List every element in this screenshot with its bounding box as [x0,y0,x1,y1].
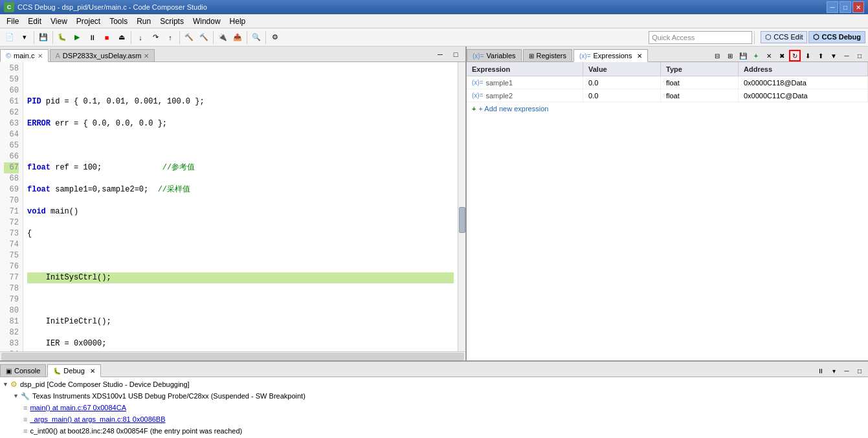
toolbar-build-all[interactable]: 🔨 [197,30,211,45]
stack-frame-0[interactable]: main() at main.c:67 0x0084CA [30,402,126,413]
toolbar-target-connect[interactable]: 🔌 [216,30,230,45]
menu-scripts[interactable]: Scripts [156,16,188,27]
editor-scrollbar-thumb[interactable] [459,207,465,233]
toolbar-resume[interactable]: ▶ [70,30,84,45]
code-line [27,294,454,305]
toolbar-step-over[interactable]: ↷ [148,30,162,45]
btab-maximize[interactable]: □ [854,365,865,377]
perspective-ccs-edit[interactable]: ⬡ CCS Edit [761,31,807,43]
rtab-minimize[interactable]: ─ [841,50,852,61]
editor-maximize[interactable]: □ [449,47,463,61]
bottom-panel: ▣ Console 🐛 Debug ✕ ⏸ ▾ ─ □ ▼ ⚙ dsp_pid … [0,360,868,438]
toolbar-suspend[interactable]: ⏸ [85,30,99,45]
toolbar: 📄 ▾ 💾 🐛 ▶ ⏸ ■ ⏏ ↓ ↷ ↑ 🔨 🔨 🔌 📤 🔍 ⚙ Quick … [0,28,868,47]
rtab-maximize[interactable]: □ [854,50,865,61]
line-numbers: 58596061 62636465 666768 69707172 737475… [0,62,23,351]
code-line: float sample1=0,sample2=0; //采样值 [27,184,454,195]
rtab-add[interactable]: + [750,50,762,61]
main-c-tab-label: main.c [14,52,34,60]
rtab-menu[interactable]: ▼ [828,50,840,61]
minimize-button[interactable]: ─ [827,1,838,13]
delay-asm-tab-close[interactable]: ✕ [144,52,149,60]
btab-minimize[interactable]: ─ [841,365,852,377]
code-line: void main() [27,206,454,217]
delay-asm-tab-icon: A [56,52,60,60]
root-collapse-icon[interactable]: ▼ [3,378,8,390]
toolbar-sep-7 [265,31,266,44]
process-collapse-icon[interactable]: ▼ [13,390,19,402]
window-controls[interactable]: ─ □ ✕ [827,1,864,13]
toolbar-btn-2[interactable]: ▾ [17,30,32,45]
rtab-refresh[interactable]: ↻ [789,50,801,61]
menu-edit[interactable]: Edit [24,16,45,27]
quick-access-input[interactable]: Quick Access [649,31,752,44]
debug-tree-stack-0: ≡ main() at main.c:67 0x0084CA [3,402,865,413]
rtab-remove-all[interactable]: ✖ [776,50,788,61]
toolbar-stop[interactable]: ■ [100,30,114,45]
add-expression-row[interactable]: + + Add new expression [467,102,868,115]
maximize-button[interactable]: □ [840,1,851,13]
toolbar-build[interactable]: 🔨 [182,30,196,45]
expr-row-sample2[interactable]: (x)= sample2 0.0 float 0x0000C11C@Data [467,89,868,102]
editor-tab-delay-asm[interactable]: A DSP2833x_usDelay.asm ✕ [50,49,155,61]
btab-scroll[interactable]: ▾ [828,365,840,377]
rtab-expand[interactable]: ⊞ [724,50,736,61]
btab-suspend[interactable]: ⏸ [815,365,827,377]
toolbar-sep-8 [754,31,755,44]
toolbar-debug[interactable]: 🐛 [55,30,69,45]
menu-bar: File Edit View Project Tools Run Scripts… [0,14,868,28]
add-expression-label: + Add new expression [478,105,548,113]
tab-expressions[interactable]: (x)= Expressions ✕ [573,49,648,62]
menu-run[interactable]: Run [133,16,155,27]
rtab-save[interactable]: 💾 [737,50,749,61]
expressions-tab-label: Expressions [594,52,632,60]
toolbar-step-return[interactable]: ↑ [163,30,177,45]
editor-minimize[interactable]: ─ [433,47,447,61]
rtab-remove-selected[interactable]: ✕ [763,50,775,61]
delay-asm-tab-label: DSP2833x_usDelay.asm [63,52,141,60]
code-line: float ref = 100; //参考值 [27,162,454,173]
perspective-ccs-debug[interactable]: ⬡ CCS Debug [808,31,865,43]
editor-scrollbar[interactable] [458,62,465,351]
expr-cell-sample1-addr: 0x0000C118@Data [739,76,868,89]
debug-root-icon: ⚙ [10,378,17,390]
rtab-collapse[interactable]: ⊟ [711,50,723,61]
menu-window[interactable]: Window [189,16,225,27]
bottom-tab-console[interactable]: ▣ Console [0,364,46,377]
menu-help[interactable]: Help [226,16,250,27]
toolbar-sep-3 [131,31,131,44]
stack-frame-2: c_int00() at boot28.inc:248 0x00854F (th… [30,425,242,437]
close-button[interactable]: ✕ [852,1,864,13]
right-panel: (x)= Variables ⊞ Registers (x)= Expressi… [467,47,868,360]
editor-hscroll[interactable] [0,351,465,360]
expr-row-sample1[interactable]: (x)= sample1 0.0 float 0x0000C118@Data [467,76,868,89]
rtab-import[interactable]: ⬇ [802,50,814,61]
window-title: CCS Debug - dsp_pid/User/main.c - Code C… [17,3,207,11]
console-tab-icon: ▣ [6,367,12,375]
expr-cell-sample2-type: float [661,89,739,102]
toolbar-disconnect[interactable]: ⏏ [115,30,129,45]
expressions-tab-close[interactable]: ✕ [637,52,642,60]
toolbar-load[interactable]: 📤 [230,30,245,45]
toolbar-misc[interactable]: ⚙ [268,30,282,45]
menu-tools[interactable]: Tools [106,16,131,27]
stack-frame-1[interactable]: _args_main() at args_main.c:81 0x0086BB [30,413,165,425]
tab-variables[interactable]: (x)= Variables [467,49,522,61]
menu-view[interactable]: View [47,16,71,27]
toolbar-btn-1[interactable]: 📄 [3,30,17,45]
main-c-tab-close[interactable]: ✕ [38,52,43,60]
bottom-tabs: ▣ Console 🐛 Debug ✕ ⏸ ▾ ─ □ [0,362,868,377]
toolbar-step-into[interactable]: ↓ [133,30,148,45]
rtab-export[interactable]: ⬆ [815,50,827,61]
bottom-tab-debug[interactable]: 🐛 Debug ✕ [47,364,100,377]
tab-registers[interactable]: ⊞ Registers [523,49,572,61]
menu-project[interactable]: Project [72,16,104,27]
debug-tab-close[interactable]: ✕ [90,367,95,375]
code-editor[interactable]: PID pid = { 0.1, 0.01, 0.001, 100.0 }; E… [23,62,458,351]
editor-tab-main-c[interactable]: © main.c ✕ [0,49,49,62]
menu-file[interactable]: File [3,16,23,27]
code-line: InitPieCtrl(); [27,316,454,327]
toolbar-save[interactable]: 💾 [36,30,50,45]
debug-root-label: dsp_pid [Code Composer Studio - Device D… [20,378,190,390]
toolbar-search[interactable]: 🔍 [249,30,263,45]
